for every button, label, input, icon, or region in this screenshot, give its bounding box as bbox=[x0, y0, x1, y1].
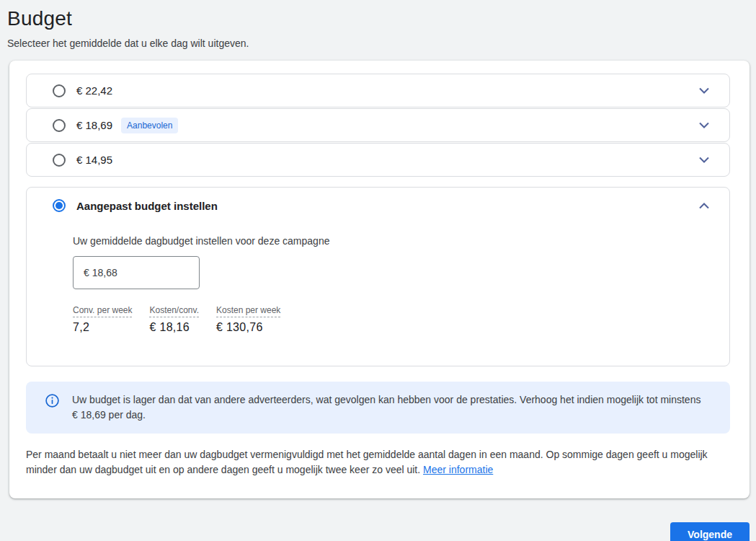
recommended-badge: Aanbevolen bbox=[121, 118, 178, 133]
custom-budget-option-label: Aangepast budget instellen bbox=[76, 200, 218, 212]
next-button[interactable]: Volgende bbox=[670, 522, 750, 541]
budget-option-1[interactable]: € 22,42 bbox=[26, 74, 730, 107]
chevron-up-icon bbox=[699, 201, 709, 211]
radio-unchecked-icon[interactable] bbox=[53, 119, 66, 132]
stat-cost-per-conversion: Kosten/conv. € 18,16 bbox=[149, 303, 198, 334]
budget-warning-banner: Uw budget is lager dan dat van andere ad… bbox=[26, 382, 730, 434]
budget-footnote: Per maand betaalt u niet meer dan uw dag… bbox=[26, 447, 730, 478]
stat-cost-per-week-value: € 130,76 bbox=[216, 321, 280, 334]
info-icon bbox=[45, 394, 59, 410]
radio-unchecked-icon[interactable] bbox=[53, 154, 66, 167]
stat-conversions-per-week-label[interactable]: Conv. per week bbox=[73, 305, 132, 317]
budget-option-1-label: € 22,42 bbox=[76, 84, 112, 97]
budget-warning-text: Uw budget is lager dan dat van andere ad… bbox=[72, 392, 701, 423]
custom-budget-section: Aangepast budget instellen Uw gemiddelde… bbox=[26, 187, 730, 366]
custom-budget-option[interactable]: Aangepast budget instellen bbox=[27, 188, 729, 224]
stat-cost-per-conversion-label[interactable]: Kosten/conv. bbox=[149, 305, 198, 317]
daily-budget-input[interactable] bbox=[73, 256, 200, 289]
expand-option-3-button[interactable] bbox=[695, 150, 713, 170]
page-header: Budget Selecteer het gemiddelde dat u el… bbox=[0, 0, 756, 49]
chevron-down-icon bbox=[699, 154, 709, 165]
footnote-text: Per maand betaalt u niet meer dan uw dag… bbox=[26, 449, 708, 475]
budget-page: Budget Selecteer het gemiddelde dat u el… bbox=[0, 0, 756, 541]
expand-option-2-button[interactable] bbox=[695, 115, 713, 135]
chevron-down-icon bbox=[699, 120, 709, 131]
stat-cost-per-week-label[interactable]: Kosten per week bbox=[216, 305, 280, 317]
stat-cost-per-conversion-value: € 18,16 bbox=[149, 321, 198, 334]
budget-card: € 22,42 € 18,69 Aanbevolen € 14,95 bbox=[9, 61, 750, 498]
radio-unchecked-icon[interactable] bbox=[53, 84, 66, 97]
budget-option-3-label: € 14,95 bbox=[76, 154, 112, 166]
budget-option-2-label: € 18,69 bbox=[76, 119, 112, 131]
budget-option-2[interactable]: € 18,69 Aanbevolen bbox=[26, 108, 730, 142]
stat-cost-per-week: Kosten per week € 130,76 bbox=[216, 303, 280, 334]
custom-budget-body: Uw gemiddelde dagbudget instellen voor d… bbox=[27, 235, 729, 334]
expand-option-1-button[interactable] bbox=[695, 81, 713, 100]
more-info-link[interactable]: Meer informatie bbox=[423, 464, 493, 475]
collapse-custom-budget-button[interactable] bbox=[695, 196, 713, 216]
page-subtitle: Selecteer het gemiddelde dat u elke dag … bbox=[7, 38, 749, 49]
daily-budget-input-label: Uw gemiddelde dagbudget instellen voor d… bbox=[73, 235, 729, 247]
page-title: Budget bbox=[7, 7, 749, 30]
budget-stats: Conv. per week 7,2 Kosten/conv. € 18,16 … bbox=[73, 303, 729, 334]
stat-conversions-per-week-value: 7,2 bbox=[73, 321, 132, 334]
chevron-down-icon bbox=[699, 85, 709, 96]
stat-conversions-per-week: Conv. per week 7,2 bbox=[73, 303, 132, 334]
budget-option-3[interactable]: € 14,95 bbox=[26, 143, 730, 177]
radio-checked-icon[interactable] bbox=[53, 199, 66, 212]
bottom-bar: Volgende bbox=[0, 498, 756, 541]
